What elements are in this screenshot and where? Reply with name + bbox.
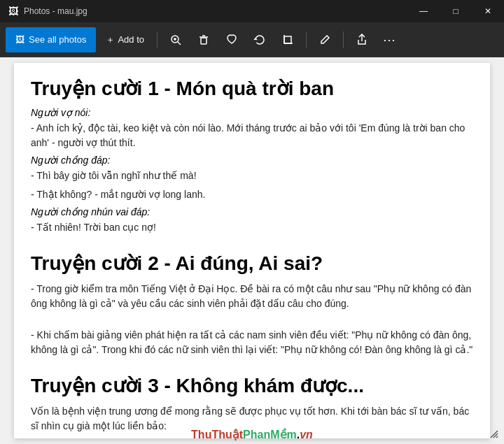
svg-rect-7	[284, 36, 291, 43]
section1-para6: Người chồng nhún vai đáp:	[31, 206, 473, 217]
edit-button[interactable]	[312, 27, 337, 52]
see-all-photos-button[interactable]: 🖼 See all photos	[6, 27, 96, 52]
more-dots-icon: ⋯	[383, 32, 397, 48]
section2-para1: - Trong giờ kiểm tra môn Tiếng Việt ở Đạ…	[31, 282, 473, 311]
section1-para2: - Anh ích kỷ, độc tài, keo kiệt và còn n…	[31, 121, 473, 150]
section2-para2: - Khi chấm bài giảng viên phát hiện ra t…	[31, 328, 473, 357]
watermark-phan: Phan	[243, 429, 270, 441]
add-to-button[interactable]: ＋ Add to	[99, 27, 151, 52]
toolbar-divider-2	[306, 31, 307, 48]
add-to-label: Add to	[118, 34, 144, 45]
heart-button[interactable]	[219, 27, 244, 52]
crop-button[interactable]	[275, 27, 300, 52]
section1-title: Truyện cười 1 - Món quà trời ban	[31, 77, 473, 100]
watermark-vn: vn	[300, 429, 313, 441]
add-icon: ＋	[106, 34, 115, 46]
app-icon: 🖼	[8, 6, 18, 17]
maximize-button[interactable]: □	[440, 0, 472, 22]
section1-para7: - Tất nhiên! Trời ban cục nợ!	[31, 220, 473, 235]
toolbar-divider-1	[157, 31, 158, 48]
more-options-button[interactable]: ⋯	[377, 27, 402, 52]
zoom-in-button[interactable]	[163, 27, 188, 52]
watermark-text: ThuThuậtPhanMềm.vn	[191, 429, 313, 441]
photos-icon: 🖼	[15, 34, 24, 45]
section2-title: Truyện cười 2 - Ai đúng, Ai sai?	[31, 252, 473, 275]
watermark-mem: Mềm	[270, 429, 297, 441]
rotate-button[interactable]	[247, 27, 272, 52]
section1-para3: Người chồng đáp:	[31, 155, 473, 166]
section3-title: Truyện cười 3 - Không khám được...	[31, 374, 473, 397]
section1-para5: - Thật không? - mắt người vợ long lanh.	[31, 187, 473, 202]
content-area: Truyện cười 1 - Món quà trời ban Người v…	[0, 57, 504, 444]
section1-para4: - Thì bây giờ tôi vẫn nghĩ như thế mà!	[31, 169, 473, 183]
close-button[interactable]: ✕	[472, 0, 504, 22]
title-bar: 🖼 Photos - mau.jpg — □ ✕	[0, 0, 504, 22]
watermark: ThuThuậtPhanMềm.vn	[0, 428, 504, 441]
title-bar-controls: — □ ✕	[407, 0, 504, 22]
watermark-thuat: Thuật	[211, 429, 243, 441]
share-button[interactable]	[349, 27, 374, 52]
toolbar-divider-3	[343, 31, 344, 48]
svg-line-1	[178, 42, 181, 45]
minimize-button[interactable]: —	[407, 0, 440, 22]
svg-rect-4	[201, 38, 206, 44]
watermark-thu: Thu	[191, 429, 211, 441]
section1-para1: Người vợ nói:	[31, 107, 473, 118]
title-bar-left: 🖼 Photos - mau.jpg	[8, 6, 88, 17]
window-title: Photos - mau.jpg	[24, 6, 88, 16]
toolbar: 🖼 See all photos ＋ Add to	[0, 22, 504, 57]
document-view[interactable]: Truyện cười 1 - Món quà trời ban Người v…	[14, 63, 490, 438]
see-all-photos-label: See all photos	[29, 34, 86, 45]
delete-button[interactable]	[191, 27, 216, 52]
